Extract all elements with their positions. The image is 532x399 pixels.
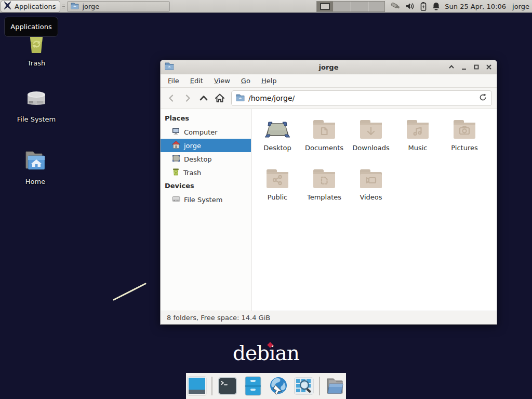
app-finder-icon bbox=[294, 376, 314, 396]
stylus-icon[interactable] bbox=[389, 1, 401, 11]
file-item-pictures[interactable]: Pictures bbox=[442, 117, 487, 167]
taskbar-button-label: jorge bbox=[82, 3, 99, 10]
reload-button[interactable] bbox=[478, 93, 487, 104]
taskbar-button-jorge[interactable]: jorge bbox=[67, 1, 170, 12]
menu-go[interactable]: Go bbox=[241, 77, 250, 85]
statusbar: 8 folders, Free space: 14.4 GiB bbox=[161, 311, 497, 324]
terminal-icon bbox=[218, 376, 237, 396]
file-item-public[interactable]: Public bbox=[255, 167, 300, 216]
file-item-videos[interactable]: Videos bbox=[348, 167, 394, 216]
file-item-documents[interactable]: Documents bbox=[301, 117, 347, 167]
show-desktop-button[interactable] bbox=[186, 375, 207, 397]
dock-separator bbox=[211, 377, 212, 395]
desktop-icon-file-system[interactable]: File System bbox=[9, 85, 63, 123]
workspace-1[interactable] bbox=[317, 2, 334, 11]
computer-icon bbox=[172, 127, 180, 137]
terminal-launcher[interactable] bbox=[217, 375, 238, 397]
sidebar-header-places: Places bbox=[161, 112, 251, 125]
desktop-icon bbox=[264, 117, 291, 142]
sidebar-item-jorge[interactable]: jorge bbox=[161, 139, 251, 152]
home-folder-icon bbox=[22, 148, 49, 176]
window-titlebar[interactable]: jorge bbox=[161, 60, 497, 74]
system-tray bbox=[389, 1, 441, 11]
sidebar-item-computer[interactable]: Computer bbox=[161, 125, 251, 139]
hard-drive-icon bbox=[172, 195, 180, 204]
shade-button[interactable] bbox=[448, 63, 455, 71]
debian-logo-text: debian bbox=[233, 341, 299, 365]
documents-folder-icon bbox=[312, 117, 337, 142]
minimize-button[interactable] bbox=[460, 63, 468, 71]
desktop-icon bbox=[172, 154, 180, 164]
applications-menu-button[interactable]: Applications bbox=[1, 1, 60, 12]
applications-menu-label: Applications bbox=[15, 3, 56, 10]
app-finder-launcher[interactable] bbox=[294, 375, 315, 397]
workspace-4[interactable] bbox=[368, 2, 385, 11]
menu-help[interactable]: Help bbox=[261, 77, 277, 85]
sidebar: Places Computer bbox=[161, 109, 251, 311]
menu-edit[interactable]: Edit bbox=[190, 77, 203, 85]
toolbar: /home/jorge/ bbox=[161, 88, 497, 109]
applications-tooltip: Applications bbox=[4, 17, 58, 37]
sidebar-item-file-system[interactable]: File System bbox=[161, 193, 251, 206]
web-browser-launcher[interactable] bbox=[268, 375, 289, 397]
desktop-icon-home[interactable]: Home bbox=[8, 148, 62, 185]
folder-icon bbox=[236, 94, 245, 103]
location-input[interactable]: /home/jorge/ bbox=[248, 94, 475, 102]
window-title: jorge bbox=[161, 63, 497, 71]
workspace-3[interactable] bbox=[351, 2, 368, 11]
desktop-icon-label: Trash bbox=[28, 59, 45, 67]
menubar: File Edit View Go Help bbox=[161, 74, 497, 88]
sidebar-item-trash[interactable]: Trash bbox=[161, 166, 251, 179]
file-item-downloads[interactable]: Downloads bbox=[348, 117, 394, 167]
file-manager-window: jorge File Edit View Go Help bbox=[160, 60, 497, 325]
tooltip-text: Applications bbox=[10, 23, 51, 31]
file-item-desktop[interactable]: Desktop bbox=[255, 117, 300, 167]
xfce-applications-icon bbox=[3, 1, 12, 11]
sidebar-header-devices: Devices bbox=[161, 179, 251, 193]
forward-button[interactable] bbox=[180, 91, 195, 106]
web-browser-icon bbox=[268, 376, 289, 396]
home-icon bbox=[172, 141, 180, 150]
dock-panel bbox=[186, 373, 346, 399]
user-actions-button[interactable]: jorge bbox=[512, 3, 529, 10]
desktop-icon-label: File System bbox=[17, 115, 56, 123]
directory-menu-button[interactable] bbox=[324, 375, 346, 397]
volume-icon[interactable] bbox=[405, 2, 415, 11]
videos-folder-icon bbox=[358, 167, 383, 192]
close-button[interactable] bbox=[485, 63, 493, 71]
file-item-music[interactable]: Music bbox=[395, 117, 441, 167]
workspace-switcher[interactable] bbox=[316, 1, 385, 12]
menu-file[interactable]: File bbox=[168, 77, 179, 85]
sidebar-item-desktop[interactable]: Desktop bbox=[161, 152, 251, 166]
debian-logo: debian bbox=[0, 343, 532, 363]
show-desktop-icon bbox=[187, 376, 207, 396]
open-folder-icon bbox=[324, 376, 346, 396]
templates-folder-icon bbox=[312, 167, 337, 192]
notifications-icon[interactable] bbox=[432, 2, 441, 11]
music-folder-icon bbox=[405, 117, 430, 142]
panel-handle[interactable] bbox=[61, 2, 66, 11]
menu-view[interactable]: View bbox=[214, 77, 230, 85]
file-item-templates[interactable]: Templates bbox=[301, 167, 347, 216]
public-folder-icon bbox=[265, 167, 290, 192]
maximize-button[interactable] bbox=[473, 63, 480, 71]
location-bar[interactable]: /home/jorge/ bbox=[231, 90, 492, 106]
desktop[interactable]: { "colors": { "desktop_bg": "#12122e", "… bbox=[0, 0, 532, 399]
clock[interactable]: Sun 25 Apr, 10:06 bbox=[445, 3, 506, 10]
top-panel: Applications jorge bbox=[0, 0, 532, 13]
dock-separator bbox=[319, 377, 320, 395]
back-button[interactable] bbox=[164, 91, 179, 106]
battery-icon[interactable] bbox=[420, 2, 427, 11]
pictures-folder-icon bbox=[452, 117, 477, 142]
folder-icon bbox=[71, 2, 79, 11]
home-button[interactable] bbox=[212, 91, 227, 106]
desktop-icon-label: Home bbox=[25, 178, 45, 185]
file-manager-launcher[interactable] bbox=[242, 375, 263, 397]
trash-icon bbox=[172, 168, 180, 177]
downloads-folder-icon bbox=[358, 117, 383, 142]
hard-drive-icon bbox=[23, 85, 49, 113]
file-view[interactable]: Desktop Documents bbox=[251, 109, 497, 311]
up-button[interactable] bbox=[196, 91, 211, 106]
file-cabinet-icon bbox=[244, 376, 262, 396]
workspace-2[interactable] bbox=[334, 2, 351, 11]
